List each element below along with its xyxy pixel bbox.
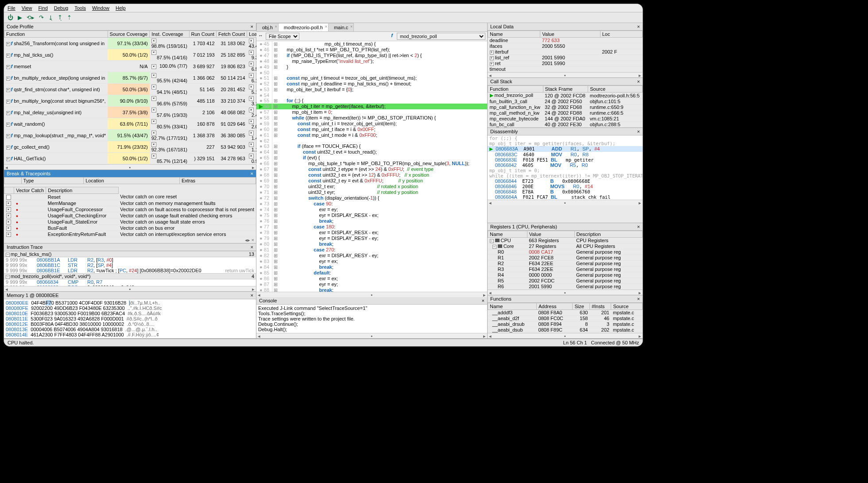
step-return-icon[interactable]: ⇡: [67, 14, 72, 21]
code-line[interactable]: ● 48 ⊞ mp_raise_TypeError("invalid list_…: [256, 58, 487, 64]
menu-window[interactable]: Window: [92, 5, 109, 11]
code-line[interactable]: ● 47 ⊞ if (!MP_OBJ_IS_TYPE(list_ref, &mp…: [256, 53, 487, 58]
callstack-row[interactable]: fun_bc_call40 @ 2002 FE30objfun.c:288:5: [488, 122, 643, 128]
vector-row[interactable]: ×●BusFaultVector catch on bus error: [4, 225, 256, 231]
code-line[interactable]: ● 83 ⊞ eyr = ex;: [256, 259, 487, 264]
code-line[interactable]: ● 45 ⊞ mp_obj_t timeout_ms) {: [256, 41, 487, 47]
profile-row[interactable]: +fmp_map_lookup(struct _mp_map_t*, void*…: [4, 130, 267, 141]
code-line[interactable]: ● 86 ⊞ exr = ex;: [256, 276, 487, 282]
profile-row[interactable]: +fmp_hal_ticks_us() 50.0% (1/2) × 87.5% …: [4, 49, 267, 61]
function-row[interactable]: __adddf30808 F8A0630201mpstate.c: [488, 310, 643, 316]
code-line[interactable]: ● 85 ⊞ default:: [256, 270, 487, 276]
code-line[interactable]: ● 73 ⊞ case 90:: [256, 201, 487, 207]
register-row[interactable]: R2F634 22EEGeneral purpose reg: [488, 261, 643, 267]
function-row[interactable]: __aeabi_drsub0808 F89483mpstate.c: [488, 321, 643, 327]
tab-modtrezorio-poll.h[interactable]: modtrezorio-poll.h×: [278, 23, 329, 31]
code-line[interactable]: ● 54: [256, 93, 487, 98]
tab-main.c[interactable]: main.c×: [328, 23, 354, 31]
code-line[interactable]: ● 59 ⊞ const mp_uint_t i = trezor_obj_ge…: [256, 121, 487, 127]
code-line[interactable]: ● 64 ⊞ const uint32_t evt = touch_read()…: [256, 149, 487, 155]
code-line[interactable]: ● 88 ⊞ break;: [256, 287, 487, 292]
profile-row[interactable]: +fgc_collect_end() 71.9% (23/32) × 92.3%…: [4, 141, 267, 153]
code-line[interactable]: ● 69 ⊞ const uint32_t ey = evt & 0xFFFU;…: [256, 178, 487, 184]
register-row[interactable]: R00008 CA17General purpose reg: [488, 249, 643, 255]
profile-row[interactable]: +fmemset N/A × 100.0% (7/7) 3 689 92719 …: [4, 61, 267, 72]
callstack-row[interactable]: ▶ mod_trezorio_poll120 @ 2002 FCD8modtre…: [488, 93, 643, 99]
code-line[interactable]: ▶ 56 ⊞ mp_obj_t iter = mp_getiter(ifaces…: [256, 104, 487, 109]
code-line[interactable]: ● 77 ⊞ case 180:: [256, 224, 487, 230]
register-row[interactable]: R52002 FCDCGeneral purpose reg: [488, 278, 643, 284]
vector-row[interactable]: ×●MemManageVector catch on memory manage…: [4, 200, 256, 206]
register-row[interactable]: R12002 FCE8General purpose reg: [488, 255, 643, 261]
disasm-line[interactable]: 08066848 E78A B 0x08066760: [488, 189, 643, 194]
code-line[interactable]: ● 61 ⊞ const mp_uint_t mode = i & 0xFF00…: [256, 132, 487, 138]
function-row[interactable]: __aeabi_d2f0808 FC0C15846mpstate.c: [488, 316, 643, 321]
code-line[interactable]: ● 46 ⊞ mp_obj_list_t *ret = MP_OBJ_TO_PT…: [256, 47, 487, 53]
profile-row[interactable]: +fwait_random() 63.6% (7/11) × 80.5% (33…: [4, 118, 267, 130]
code-line[interactable]: ● 79 ⊞ eyr = DISPLAY_RESY - ey;: [256, 236, 487, 241]
reg-group[interactable]: −Core27 RegistersAll CPU Registers: [488, 243, 643, 249]
menu-help[interactable]: Help: [116, 5, 126, 11]
local-var-row[interactable]: ifaces2000 5550: [488, 43, 643, 49]
code-line[interactable]: ● 75 ⊞ eyr = DISPLAY_RESX - ex;: [256, 213, 487, 218]
code-line[interactable]: ● 60 ⊞ const mp_uint_t iface = i & 0x00F…: [256, 127, 487, 132]
register-row[interactable]: R40000 0000General purpose reg: [488, 272, 643, 278]
profile-row[interactable]: +fbn_multiply_reduce_step(long unsigned …: [4, 72, 267, 84]
code-line[interactable]: ● 68 ⊞ const uint32_t ex = (evt >> 12) &…: [256, 172, 487, 178]
close-icon[interactable]: ×: [637, 129, 640, 134]
step-into-icon[interactable]: ↓̣: [48, 14, 53, 21]
code-line[interactable]: ● 72 ⊞ switch (display_orientation(-1)) …: [256, 195, 487, 201]
code-line[interactable]: ● 50: [256, 70, 487, 75]
code-editor[interactable]: ● 45 ⊞ mp_obj_t timeout_ms) { ● 46 ⊞ mp_…: [256, 41, 487, 292]
close-icon[interactable]: ×: [482, 298, 484, 303]
code-line[interactable]: ● 62: [256, 138, 487, 143]
callstack-row[interactable]: fun_builtin_3_call24 @ 2002 FD50objfun.c…: [488, 99, 643, 104]
disasm-line[interactable]: 08066846 200E MOVS R0, #14: [488, 184, 643, 189]
code-line[interactable]: ● 65 ⊞ if (evt) {: [256, 155, 487, 161]
function-row[interactable]: __aeabi_dsub0808 F89C634202mpstate.c: [488, 327, 643, 333]
code-line[interactable]: ● 52 ⊞ const mp_uint_t deadline = mp_hal…: [256, 81, 487, 87]
scroll-right-icon[interactable]: ▸: [252, 165, 255, 170]
disasm-line[interactable]: 0806683E F018 FE51 BL mp_getiter: [488, 157, 643, 162]
code-line[interactable]: ● 63 ⊞ if (iface == TOUCH_IFACE) {: [256, 143, 487, 149]
function-scope-select[interactable]: mod_trezorio_poll: [397, 33, 485, 40]
code-line[interactable]: ● 53 ⊞ mp_obj_iter_buf_t iterbuf = {0};: [256, 87, 487, 93]
memory-view[interactable]: 080080EE 04F4BF70 B5371000 4C0F4D0F 9301…: [4, 299, 256, 338]
vector-row[interactable]: ×●ExceptionEntryReturnFaultVector catch …: [4, 231, 256, 237]
trace-line[interactable]: 9 999 99x 0806BB1E LDR R2, =uwTick ; [PC…: [4, 268, 256, 273]
code-line[interactable]: ● 66 ⊞ mp_obj_tuple_t *tuple = MP_OBJ_TO…: [256, 161, 487, 166]
close-icon[interactable]: ×: [637, 24, 640, 29]
menu-debug[interactable]: Debug: [54, 5, 68, 11]
close-icon[interactable]: ×: [251, 293, 253, 298]
code-line[interactable]: ● 49 ⊞ }: [256, 64, 487, 70]
console-output[interactable]: Executed J-Link command "SelectTraceSour…: [256, 305, 487, 333]
menu-file[interactable]: File: [8, 5, 16, 11]
vector-row[interactable]: ResetVector catch on core reset: [4, 194, 256, 200]
reg-group[interactable]: −CPU663 RegistersCPU Registers: [488, 238, 643, 243]
callstack-row[interactable]: mp_execute_bytecode144 @ 2002 FDA0vm.c:1…: [488, 116, 643, 122]
code-line[interactable]: ● 51 ⊞ const mp_uint_t timeout = trezor_…: [256, 75, 487, 81]
profile-row[interactable]: +fmp_hal_delay_us(unsigned int) 37.5% (3…: [4, 107, 267, 118]
local-var-row[interactable]: +iterbuf2002 F: [488, 49, 643, 55]
nav-icons[interactable]: ◂▸ ×: [4, 237, 256, 243]
local-var-row[interactable]: deadline772 633: [488, 38, 643, 43]
register-row[interactable]: R62001 5990General purpose reg: [488, 284, 643, 290]
code-line[interactable]: ● 82 ⊞ exr = DISPLAY_RESY - ey;: [256, 253, 487, 259]
step-over-icon[interactable]: ↷: [39, 14, 44, 21]
code-line[interactable]: ● 78 ⊞ exr = DISPLAY_RESX - ex;: [256, 230, 487, 236]
disasm-line[interactable]: ▶ 0806683A A901 ADD R1, SP, #4: [488, 146, 643, 152]
profile-row[interactable]: +fHAL_GetTick() 50.0% (1/2) × 85.7% (12/…: [4, 153, 267, 164]
code-line[interactable]: ● 74 ⊞ exr = ey;: [256, 207, 487, 213]
code-line[interactable]: ● 70 ⊞ uint32_t exr; // rotated x positi…: [256, 184, 487, 189]
menu-find[interactable]: Find: [38, 5, 47, 11]
code-line[interactable]: ● 55 ⊞ for (;;) {: [256, 98, 487, 104]
callstack-row[interactable]: mp_call_function_n_kw32 @ 2002 FD68runti…: [488, 104, 643, 110]
disasm-line[interactable]: 08066842 4605 MOV R5, R0: [488, 162, 643, 168]
code-line[interactable]: ● 81 ⊞ case 270:: [256, 247, 487, 253]
disasm-line[interactable]: 0806683C 4640 MOV R0, R8: [488, 152, 643, 157]
callstack-row[interactable]: mp_call_method_n_kw24 @ 2002 FD88runtime…: [488, 110, 643, 116]
vector-row[interactable]: ×●UsageFault_CheckingErrorVector catch o…: [4, 213, 256, 219]
profile-row[interactable]: +fbn_multiply_long(const struct bignum25…: [4, 95, 267, 107]
close-icon[interactable]: ×: [251, 24, 253, 29]
disassembly-view[interactable]: for (;;) {mp_obj_t iter = mp_getiter(ifa…: [488, 135, 643, 200]
